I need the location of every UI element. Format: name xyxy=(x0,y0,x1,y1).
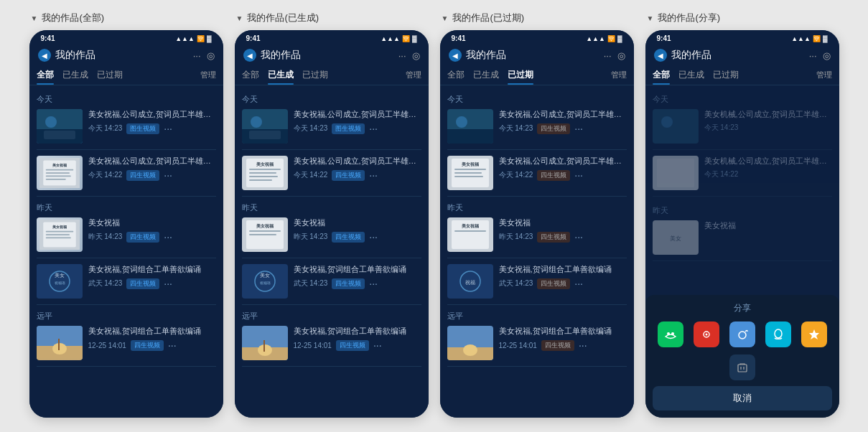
more-icon[interactable]: ··· xyxy=(604,50,612,61)
work-meta: 今天 14:23 图生视频 ··· xyxy=(294,123,421,134)
work-thumbnail: 祝福 xyxy=(447,264,493,299)
work-meta: 今天 14:23 四生视频 ··· xyxy=(499,123,627,134)
svg-rect-8 xyxy=(45,172,69,174)
back-button[interactable]: ◀ xyxy=(449,49,462,62)
more-options[interactable]: ··· xyxy=(579,339,587,351)
more-options[interactable]: ··· xyxy=(369,231,378,243)
status-time: 9:41 xyxy=(657,34,671,42)
work-status[interactable]: 四生视频 xyxy=(336,340,369,351)
tab-generated[interactable]: 已生成 xyxy=(678,69,704,85)
work-status[interactable]: 四生视频 xyxy=(537,123,570,134)
work-status[interactable]: 四生视频 xyxy=(126,232,159,243)
tab-generated[interactable]: 已生成 xyxy=(473,69,499,85)
more-icon[interactable]: ··· xyxy=(193,50,201,61)
more-options[interactable]: ··· xyxy=(369,123,378,134)
share-moments-button[interactable] xyxy=(694,321,719,347)
more-options[interactable]: ··· xyxy=(168,339,177,351)
work-meta: 12-25 14:01 四生视频 ··· xyxy=(294,339,421,351)
more-options[interactable]: ··· xyxy=(164,278,172,289)
more-options[interactable]: ··· xyxy=(369,169,378,181)
svg-rect-55 xyxy=(454,169,486,170)
tab-generated[interactable]: 已生成 xyxy=(62,69,88,85)
work-item: 美女祝福 美女祝福 昨天 14:23 四生视频 ··· xyxy=(447,217,627,258)
share-favorites-button[interactable] xyxy=(801,321,827,347)
work-status[interactable]: 四生视频 xyxy=(537,278,570,289)
chevron-icon: ▼ xyxy=(647,14,654,22)
tab-expired[interactable]: 已过期 xyxy=(302,69,328,85)
work-meta: 武天 14:23 四生视频 ··· xyxy=(499,278,627,289)
work-status[interactable]: 四生视频 xyxy=(126,278,159,289)
svg-text:美女祝福: 美女祝福 xyxy=(52,225,67,229)
delete-button[interactable] xyxy=(729,354,755,380)
back-icon: ◀ xyxy=(658,52,663,60)
more-options[interactable]: ··· xyxy=(373,339,382,351)
battery-icon: ▓ xyxy=(823,35,828,42)
work-thumbnail xyxy=(242,109,288,144)
tab-expired[interactable]: 已过期 xyxy=(713,69,739,85)
more-options[interactable]: ··· xyxy=(574,123,583,134)
share-qq-button[interactable] xyxy=(765,321,791,347)
share-weibo-button[interactable] xyxy=(729,321,755,347)
cancel-button[interactable]: 取消 xyxy=(653,386,832,410)
work-thumbnail xyxy=(37,326,83,360)
svg-rect-14 xyxy=(45,231,73,233)
tab-all[interactable]: 全部 xyxy=(447,69,465,85)
work-status[interactable]: 四生视频 xyxy=(332,278,365,289)
tabs-left: 全部 已生成 已过期 xyxy=(37,69,123,85)
work-info: 美女祝福,公司成立,贺词员工半雄改福迪,智能生成 今天 14:22 四生视频 ·… xyxy=(294,156,421,181)
tab-generated[interactable]: 已生成 xyxy=(268,69,294,85)
work-status[interactable]: 图生视频 xyxy=(332,123,365,134)
svg-rect-61 xyxy=(454,230,486,232)
wifi-icon: 🛜 xyxy=(813,35,821,42)
work-time: 今天 14:22 xyxy=(704,169,739,179)
work-info: 美女祝福,公司成立,贺词员工半雄改福迪,智能生成 今天 14:23 图生视频 ·… xyxy=(294,109,421,134)
work-item: 美女祝福 美女祝福 昨天 14:23 四生视频 ··· xyxy=(37,217,216,258)
more-options[interactable]: ··· xyxy=(164,123,172,134)
manage-button[interactable]: 管理 xyxy=(611,70,627,84)
more-options[interactable]: ··· xyxy=(164,231,172,243)
back-button[interactable]: ◀ xyxy=(243,49,256,62)
settings-icon[interactable]: ◎ xyxy=(207,50,215,61)
manage-button[interactable]: 管理 xyxy=(816,70,832,84)
work-status[interactable]: 四生视频 xyxy=(537,170,570,181)
back-button[interactable]: ◀ xyxy=(38,49,51,62)
work-item: 美女祝福 美女祝福,公司成立,贺词员工半雄改福迪,智能生成 今天 14:22 四… xyxy=(242,156,421,197)
tab-all[interactable]: 全部 xyxy=(242,69,259,85)
work-thumbnail xyxy=(37,109,83,144)
more-options[interactable]: ··· xyxy=(164,169,172,181)
tab-all[interactable]: 全部 xyxy=(37,69,54,85)
work-time: 12-25 14:01 xyxy=(499,342,537,349)
section-title-share: ▼ 我的作品(分享) xyxy=(645,11,721,24)
work-status[interactable]: 四生视频 xyxy=(332,170,365,181)
status-bar: 9:41 ▲▲▲ 🛜 ▓ xyxy=(440,30,634,44)
more-icon[interactable]: ··· xyxy=(809,50,817,61)
more-options[interactable]: ··· xyxy=(574,169,583,181)
work-item: 美女祝福,公司成立,贺词员工半雄改福迪,智能生成 今天 14:23 四生视频 ·… xyxy=(447,109,627,150)
settings-icon[interactable]: ◎ xyxy=(823,50,831,61)
header-left: ◀ 我的作品 xyxy=(243,49,301,62)
svg-point-67 xyxy=(463,344,477,356)
work-status[interactable]: 四生视频 xyxy=(537,232,570,243)
work-status[interactable]: 四生视频 xyxy=(541,340,574,351)
tab-all[interactable]: 全部 xyxy=(653,69,670,85)
work-status[interactable]: 四生视频 xyxy=(332,232,365,243)
back-button[interactable]: ◀ xyxy=(654,49,667,62)
tab-expired[interactable]: 已过期 xyxy=(508,69,533,85)
work-status[interactable]: 图生视频 xyxy=(126,123,159,134)
manage-button[interactable]: 管理 xyxy=(406,70,421,84)
svg-point-1 xyxy=(45,116,57,128)
more-options[interactable]: ··· xyxy=(574,278,583,289)
work-status[interactable]: 四生视频 xyxy=(131,340,164,351)
share-wechat-button[interactable] xyxy=(658,321,683,347)
more-options[interactable]: ··· xyxy=(369,278,378,289)
settings-icon[interactable]: ◎ xyxy=(617,50,625,61)
more-icon[interactable]: ··· xyxy=(398,50,406,61)
tab-expired[interactable]: 已过期 xyxy=(97,69,123,85)
settings-icon[interactable]: ◎ xyxy=(412,50,420,61)
work-item: 祝福 美女祝福,贺词组合工单善欲编诵 武天 14:23 四生视频 ··· xyxy=(447,264,627,305)
work-status[interactable]: 四生视频 xyxy=(126,170,159,181)
work-title: 美女祝福,公司成立,贺词员工半雄改福迪,智能生成 xyxy=(499,156,627,166)
svg-point-78 xyxy=(739,332,746,339)
manage-button[interactable]: 管理 xyxy=(200,70,216,84)
more-options[interactable]: ··· xyxy=(574,231,583,243)
